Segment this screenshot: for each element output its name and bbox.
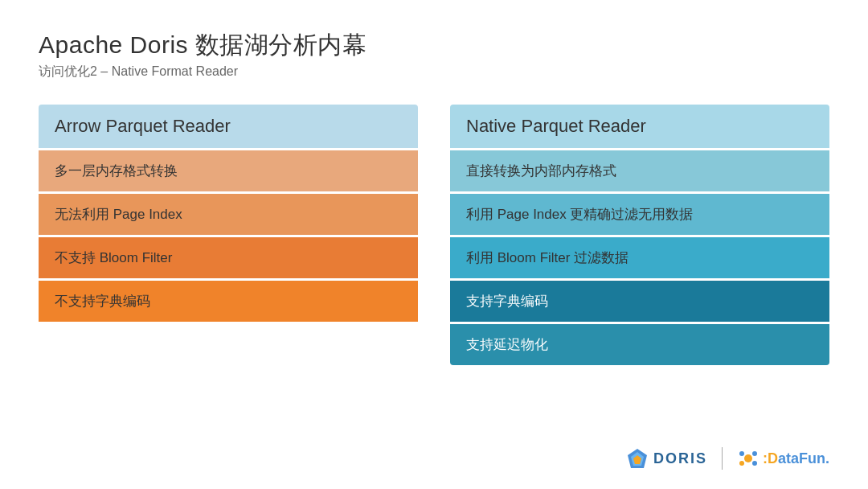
list-item: 利用 Bloom Filter 过滤数据 bbox=[450, 237, 829, 278]
list-item: 支持字典编码 bbox=[450, 281, 829, 322]
svg-point-3 bbox=[744, 454, 752, 462]
list-item: 利用 Page Index 更精确过滤无用数据 bbox=[450, 194, 829, 235]
svg-point-4 bbox=[739, 451, 744, 456]
list-item: 多一层内存格式转换 bbox=[39, 150, 418, 191]
footer: DORIS :DataFun. bbox=[626, 447, 829, 470]
logo-divider bbox=[722, 447, 723, 470]
arrow-card: Arrow Parquet Reader 多一层内存格式转换 无法利用 Page… bbox=[39, 105, 418, 365]
list-item: 不支持 Bloom Filter bbox=[39, 237, 418, 278]
list-item: 不支持字典编码 bbox=[39, 281, 418, 322]
datafun-label: :DataFun. bbox=[763, 450, 829, 467]
page-title: Apache Doris 数据湖分析内幕 bbox=[39, 29, 829, 60]
page-subtitle: 访问优化2 – Native Format Reader bbox=[39, 64, 829, 80]
list-item: 直接转换为内部内存格式 bbox=[450, 150, 829, 191]
datafun-logo: :DataFun. bbox=[737, 447, 829, 470]
doris-label: DORIS bbox=[653, 450, 707, 467]
page: Apache Doris 数据湖分析内幕 访问优化2 – Native Form… bbox=[0, 0, 868, 489]
svg-point-7 bbox=[752, 461, 757, 466]
svg-point-5 bbox=[752, 451, 757, 456]
list-item: 无法利用 Page Index bbox=[39, 194, 418, 235]
datafun-icon bbox=[737, 447, 760, 470]
native-card-header: Native Parquet Reader bbox=[450, 105, 829, 148]
arrow-card-header: Arrow Parquet Reader bbox=[39, 105, 418, 148]
doris-logo: DORIS bbox=[626, 447, 707, 470]
list-item: 支持延迟物化 bbox=[450, 324, 829, 365]
header: Apache Doris 数据湖分析内幕 访问优化2 – Native Form… bbox=[39, 29, 829, 80]
native-card: Native Parquet Reader 直接转换为内部内存格式 利用 Pag… bbox=[450, 105, 829, 365]
doris-icon bbox=[626, 447, 649, 470]
cards-container: Arrow Parquet Reader 多一层内存格式转换 无法利用 Page… bbox=[39, 105, 829, 365]
svg-point-6 bbox=[739, 461, 744, 466]
